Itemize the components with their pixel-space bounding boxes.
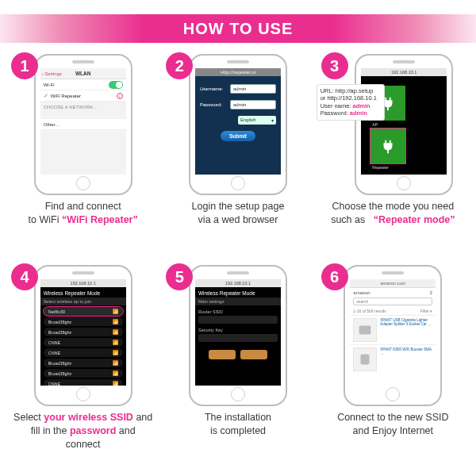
search-input[interactable]: search [353, 298, 432, 305]
cancel-button[interactable] [240, 350, 267, 359]
security-key-label: Security Key [198, 328, 278, 332]
banner: HOW TO USE [0, 14, 476, 43]
phone-1: ‹ Settings WLAN Wi-Fi ✓ WiFi Repeater i … [34, 54, 132, 195]
wifi-icon: 📶 [113, 370, 118, 376]
menu-icon[interactable]: ≡ [430, 290, 433, 295]
step-3: 3 192.168.10.1 AP Repeater URL: http://a… [321, 52, 465, 259]
product-image [353, 347, 377, 371]
address-bar-3[interactable]: 192.168.10.1 [361, 68, 447, 76]
wifi-icon: 📶 [113, 340, 118, 345]
site-header: amazon ≡ [350, 288, 436, 296]
address-bar-5[interactable]: 192.168.10.1 [195, 279, 281, 287]
ssid-item[interactable]: Broad38ghz📶 [44, 328, 123, 336]
wifi-icon: 📶 [113, 360, 118, 366]
security-key-input[interactable] [198, 334, 278, 342]
other-network-row[interactable]: Other… [40, 119, 126, 130]
login-form: Username: admin Password: admin English▾… [195, 76, 281, 149]
connected-network-row[interactable]: ✓ WiFi Repeater i [40, 90, 126, 102]
wifi-icon: 📶 [113, 350, 118, 355]
check-icon: ✓ [44, 93, 48, 99]
address-bar-2[interactable]: Http://repeater.ui [195, 68, 281, 76]
step-6: 6 amazon.com amazon ≡ search 1-16 of 569… [321, 263, 465, 470]
step-1: 1 ‹ Settings WLAN Wi-Fi ✓ WiFi Repeater … [11, 52, 155, 259]
screen-2: Http://repeater.ui Username: admin Passw… [195, 68, 281, 175]
filter-button[interactable]: Filter ▾ [420, 309, 433, 313]
address-bar-6[interactable]: amazon.com [350, 279, 436, 288]
submit-button[interactable]: Submit [221, 131, 255, 141]
repeater-mode-title-5: Wireless Repeater Mode [195, 287, 281, 298]
screen-6: amazon.com amazon ≡ search 1-16 of 569 r… [350, 279, 436, 386]
address-bar-4[interactable]: 192.168.10.1 [40, 279, 126, 287]
info-icon[interactable]: i [117, 93, 123, 99]
banner-title: HOW TO USE [183, 20, 294, 38]
select-ap-header: Select wireless ap to join [40, 298, 126, 305]
caption-5: The installation is completed [203, 411, 273, 438]
svg-rect-0 [359, 326, 371, 335]
username-label: Username: [200, 86, 227, 91]
connected-ssid: WiFi Repeater [51, 94, 81, 98]
other-label: Other… [44, 122, 60, 127]
product-row[interactable]: XPANT USB Cigarette Lighter Adapter Spli… [350, 315, 436, 344]
ssid-item[interactable]: Broad38ghz📶 [44, 317, 123, 326]
phone-5: 192.168.10.1 Wireless Repeater Mode Main… [189, 265, 287, 406]
ssid-item[interactable]: Broad38ghz📶 [44, 369, 123, 378]
wifi-label: Wi-Fi [44, 83, 55, 87]
ssid-item-selected[interactable]: Netflix30📶 [44, 307, 123, 316]
product-title: XPANT USB Cigarette Lighter Adapter Spli… [380, 318, 432, 342]
plug-icon [379, 137, 397, 155]
back-link[interactable]: ‹ Settings [42, 71, 62, 76]
screen-1: ‹ Settings WLAN Wi-Fi ✓ WiFi Repeater i … [40, 68, 126, 175]
step-badge-4: 4 [11, 263, 38, 290]
apply-button[interactable] [209, 350, 236, 359]
wifi-icon: 📶 [113, 319, 118, 324]
ssid-item[interactable]: Broad38ghz📶 [44, 359, 123, 367]
wlan-title: WLAN [75, 71, 91, 76]
repeater-label: Repeater [372, 165, 389, 170]
product-image [353, 318, 377, 342]
caption-3: Choose the mode you need such as “Repeat… [329, 200, 456, 227]
wifi-icon: 📶 [113, 381, 118, 386]
password-label: Password: [200, 102, 227, 107]
step-5: 5 192.168.10.1 Wireless Repeater Mode Ma… [166, 263, 309, 470]
product-row[interactable]: XPANT N300 WiFi Booster SMA … [350, 344, 436, 374]
steps-grid: 1 ‹ Settings WLAN Wi-Fi ✓ WiFi Repeater … [0, 52, 476, 476]
caption-4: Select your wireless SSID and fill in th… [11, 411, 155, 451]
step-badge-1: 1 [11, 52, 38, 79]
password-input[interactable]: admin [230, 100, 276, 109]
adapter-icon [356, 321, 374, 339]
wifi-icon: 📶 [113, 309, 118, 314]
repeater-icon [356, 351, 374, 368]
wifi-toggle-row[interactable]: Wi-Fi [40, 79, 126, 90]
caption-6: Connect to the new SSID and Enjoy Intern… [336, 411, 450, 438]
svg-rect-1 [361, 355, 370, 365]
ssid-item[interactable]: CNNE📶 [44, 338, 123, 347]
router-ssid-label: Router SSID [198, 309, 278, 314]
username-input[interactable]: admin [230, 84, 276, 94]
ap-label: AP [372, 122, 378, 127]
choose-network-header: Choose a network… [40, 102, 126, 111]
repeater-mode-title: Wireless Repeater Mode [40, 287, 126, 298]
phone-2: Http://repeater.ui Username: admin Passw… [189, 54, 287, 195]
wifi-icon: 📶 [113, 329, 118, 335]
router-ssid-input[interactable] [198, 316, 278, 324]
language-select[interactable]: English▾ [238, 116, 276, 125]
product-title: XPANT N300 WiFi Booster SMA … [380, 347, 432, 371]
wlan-navbar: ‹ Settings WLAN [40, 68, 126, 79]
step-2: 2 Http://repeater.ui Username: admin Pas… [166, 52, 309, 259]
phone-3: 192.168.10.1 AP Repeater [355, 54, 453, 195]
results-bar: 1-16 of 569 results Filter ▾ [350, 307, 436, 315]
phone-6: amazon.com amazon ≡ search 1-16 of 569 r… [344, 265, 442, 406]
amazon-logo[interactable]: amazon [353, 290, 370, 295]
repeater-mode-tile[interactable] [370, 129, 405, 163]
step-badge-3: 3 [321, 52, 348, 79]
caption-2: Login the setup page via a wed browser [190, 200, 286, 227]
ssid-item[interactable]: CNNE📶 [44, 379, 123, 386]
phone-4: 192.168.10.1 Wireless Repeater Mode Sele… [34, 265, 132, 406]
ssid-item[interactable]: CNNE📶 [44, 348, 123, 357]
screen-5: 192.168.10.1 Wireless Repeater Mode Main… [195, 279, 281, 386]
credentials-callout: URL: http://ap.setup or http://192.168.1… [317, 84, 385, 121]
wifi-toggle[interactable] [109, 81, 123, 89]
main-settings-header: Main settings [195, 298, 281, 305]
step-badge-6: 6 [321, 263, 348, 290]
results-count: 1-16 of 569 results [353, 309, 386, 313]
